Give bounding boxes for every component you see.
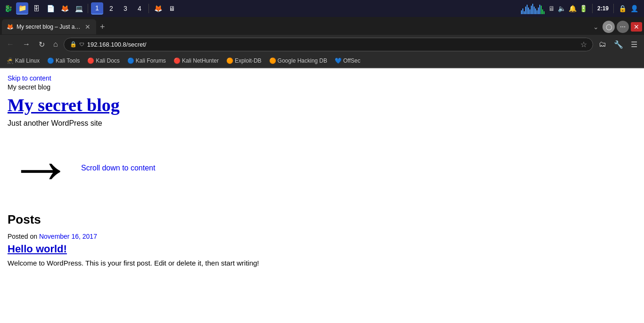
new-tab-button[interactable]: + (96, 20, 109, 34)
scroll-down-link[interactable]: Scroll down to content (81, 164, 155, 172)
close-window-button[interactable]: ✕ (631, 22, 642, 32)
site-title[interactable]: My secret blog (8, 95, 636, 115)
tray-separator2 (613, 4, 614, 13)
bookmark-exploit-db-label: Exploit-DB (235, 57, 262, 64)
taskbar-tab-3[interactable]: 3 (119, 2, 132, 15)
post-date-link[interactable]: November 16, 2017 (39, 233, 97, 240)
tray-sound-icon: 🔈 (558, 5, 566, 12)
bookmark-google-hacking-db[interactable]: 🟠 Google Hacking DB (266, 57, 330, 65)
active-tab[interactable]: 🦊 My secret blog – Just anothe ✕ (2, 19, 96, 34)
bookmark-google-hacking-db-label: Google Hacking DB (278, 57, 327, 64)
forward-button[interactable]: → (20, 38, 33, 50)
menu-button[interactable]: ⋯ (617, 21, 629, 33)
taskbar-firefox-icon[interactable]: 🦊 (58, 2, 71, 15)
profile-button[interactable]: ◯ (603, 21, 615, 33)
google-hacking-db-favicon: 🟠 (269, 57, 276, 64)
bookmark-kali-nethunter[interactable]: 🔴 Kali NetHunter (171, 57, 222, 65)
bookmark-kali-forums[interactable]: 🔵 Kali Forums (124, 57, 169, 65)
kali-linux-favicon: 🥷 (7, 57, 14, 64)
reload-button[interactable]: ↻ (36, 38, 48, 51)
nav-right-buttons: 🗂 🔧 ☰ (596, 38, 640, 51)
tab-right-controls: ⌄ ◯ ⋯ ✕ (591, 21, 642, 33)
bookmark-kali-forums-label: Kali Forums (136, 57, 166, 64)
system-time: 2:19 (597, 5, 609, 12)
bookmark-kali-tools-label: Kali Tools (56, 57, 80, 64)
taskbar-docs-icon[interactable]: 📄 (44, 2, 57, 15)
tray-battery-icon: 🔋 (579, 5, 587, 12)
site-tagline: Just another WordPress site (8, 119, 636, 128)
tray-lock-icon: 🔒 (619, 5, 627, 12)
shield-icon: 🛡 (80, 42, 84, 47)
bookmark-kali-linux[interactable]: 🥷 Kali Linux (4, 57, 42, 65)
tray-user-icon: 👤 (630, 5, 638, 12)
bookmark-star-button[interactable]: ☆ (580, 40, 587, 49)
bookmark-offsec[interactable]: 💙 OffSec (332, 57, 363, 65)
back-button[interactable]: ← (4, 38, 17, 50)
address-bar-wrap: 🔒 🛡 ☆ (64, 38, 593, 51)
tray-notification-icon: 🔔 (569, 5, 577, 12)
pocket-button[interactable]: 🗂 (596, 38, 609, 50)
bookmark-kali-docs[interactable]: 🔴 Kali Docs (84, 57, 123, 65)
taskbar-tab-2[interactable]: 2 (105, 2, 117, 15)
bookmark-kali-docs-label: Kali Docs (96, 57, 120, 64)
taskbar-tab-4[interactable]: 4 (133, 2, 146, 15)
kali-tools-favicon: 🔵 (47, 57, 54, 64)
address-input[interactable] (87, 41, 578, 48)
system-monitor-chart (521, 3, 545, 14)
taskbar-separator-1 (88, 4, 88, 13)
tray-screen-icon: 🖥 (548, 5, 555, 12)
nav-bar: ← → ↻ ⌂ 🔒 🛡 ☆ 🗂 🔧 ☰ (0, 35, 644, 54)
taskbar-archive-icon[interactable]: 🗄 (30, 2, 42, 15)
post-excerpt: Welcome to WordPress. This is your first… (8, 259, 636, 267)
hamburger-menu-button[interactable]: ☰ (628, 38, 640, 51)
posts-section: Posts Posted on November 16, 2017 Hello … (8, 212, 636, 267)
taskbar-terminal-icon[interactable]: 💻 (73, 2, 85, 15)
taskbar-right: 🖥 🔈 🔔 🔋 2:19 🔒 👤 (521, 3, 642, 14)
post-meta: Posted on November 16, 2017 (8, 233, 636, 240)
bookmarks-bar: 🥷 Kali Linux 🔵 Kali Tools 🔴 Kali Docs 🔵 … (0, 54, 644, 68)
skip-to-content-link[interactable]: Skip to content (8, 74, 51, 82)
post-meta-prefix: Posted on (8, 233, 37, 240)
bookmark-exploit-db[interactable]: 🟠 Exploit-DB (223, 57, 264, 65)
posts-heading: Posts (8, 212, 636, 227)
post-title[interactable]: Hello world! (8, 243, 636, 255)
taskbar-separator-2 (149, 4, 149, 13)
taskbar-files-icon[interactable]: 📁 (16, 2, 28, 15)
security-icon: 🔒 (70, 41, 77, 48)
home-button[interactable]: ⌂ (50, 38, 61, 50)
tab-close-button[interactable]: ✕ (84, 23, 91, 31)
taskbar-firefox2-icon[interactable]: 🦊 (152, 2, 164, 15)
system-tray: 🖥 🔈 🔔 🔋 (548, 5, 587, 12)
extensions-button[interactable]: 🔧 (611, 38, 626, 51)
os-taskbar: 🐉 📁 🗄 📄 🦊 💻 1 2 3 4 🦊 🖥 (0, 0, 644, 17)
kali-docs-favicon: 🔴 (87, 57, 94, 64)
tab-title: My secret blog – Just anothe (17, 24, 81, 30)
arrow-area: → Scroll down to content (8, 135, 636, 201)
browser-chrome: 🦊 My secret blog – Just anothe ✕ + ⌄ ◯ ⋯… (0, 17, 644, 68)
page-content: Skip to content My secret blog My secret… (0, 68, 644, 294)
tray-separator (592, 4, 593, 13)
tab-list-button[interactable]: ⌄ (591, 21, 601, 32)
bookmark-kali-tools[interactable]: 🔵 Kali Tools (44, 57, 83, 65)
offsec-favicon: 💙 (335, 57, 342, 64)
bookmark-offsec-label: OffSec (343, 57, 360, 64)
arrow-icon: → (8, 135, 74, 201)
bookmark-kali-nethunter-label: Kali NetHunter (182, 57, 219, 64)
kali-forums-favicon: 🔵 (127, 57, 134, 64)
bookmark-kali-linux-label: Kali Linux (15, 57, 40, 64)
exploit-db-favicon: 🟠 (226, 57, 233, 64)
taskbar-kali-icon[interactable]: 🐉 (2, 2, 14, 15)
taskbar-screen-icon[interactable]: 🖥 (166, 2, 178, 15)
taskbar-tab-1[interactable]: 1 (91, 2, 103, 15)
kali-nethunter-favicon: 🔴 (173, 57, 181, 64)
tab-favicon: 🦊 (7, 24, 14, 30)
site-name-small: My secret blog (8, 83, 636, 91)
tab-bar: 🦊 My secret blog – Just anothe ✕ + ⌄ ◯ ⋯… (0, 17, 644, 35)
